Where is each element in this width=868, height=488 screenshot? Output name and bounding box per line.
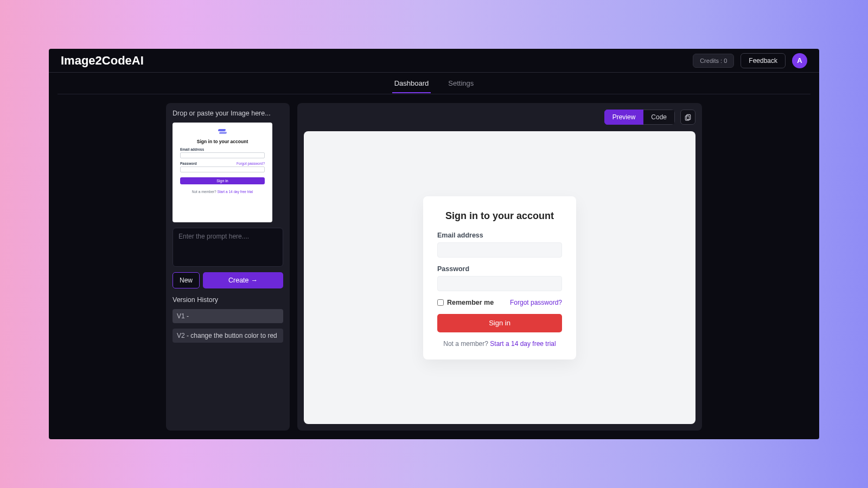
body: Drop or paste your Image here... Sign in… <box>49 94 819 439</box>
remember-label: Remember me <box>447 299 494 306</box>
preview-frame: Sign in to your account Email address Pa… <box>304 131 695 424</box>
thumb-email-input <box>180 152 265 158</box>
email-row: Email address <box>437 232 562 258</box>
signin-button[interactable]: Sign in <box>437 314 562 332</box>
password-field[interactable] <box>437 276 562 291</box>
remember-left: Remember me <box>437 299 494 306</box>
thumb-title: Sign in to your account <box>197 139 248 144</box>
app-window: Image2CodeAI Credits : 0 Feedback A Dash… <box>49 49 819 439</box>
tab-dashboard[interactable]: Dashboard <box>392 74 431 93</box>
app-title: Image2CodeAI <box>61 54 144 68</box>
forgot-password-link[interactable]: Forgot password? <box>510 299 562 306</box>
thumb-password-label: Password <box>180 162 197 165</box>
thumb-email-label: Email address <box>180 147 265 151</box>
start-trial-link[interactable]: Start a 14 day free trial <box>490 340 556 348</box>
arrow-right-icon: → <box>251 277 258 284</box>
action-button-row: New Create → <box>173 272 283 288</box>
signup-footer-lead: Not a member? <box>443 340 490 348</box>
version-tag: V1 <box>177 312 185 320</box>
thumb-footer-lead: Not a member? <box>192 190 218 194</box>
left-panel: Drop or paste your Image here... Sign in… <box>166 103 290 431</box>
email-label: Email address <box>437 232 562 239</box>
header-bar: Image2CodeAI Credits : 0 Feedback A <box>49 49 819 73</box>
signin-title: Sign in to your account <box>437 210 562 222</box>
thumb-forgot-link: Forgot password? <box>237 162 265 165</box>
create-button-label: Create <box>228 277 249 284</box>
svg-rect-0 <box>687 114 691 119</box>
signin-card: Sign in to your account Email address Pa… <box>423 196 576 359</box>
remember-checkbox[interactable] <box>437 299 444 306</box>
preview-tab-button[interactable]: Preview <box>604 110 644 125</box>
version-desc: - change the button color to red <box>185 332 277 339</box>
version-desc: - <box>185 312 189 320</box>
code-tab-button[interactable]: Code <box>643 110 675 125</box>
avatar[interactable]: A <box>792 53 807 68</box>
tab-bar: Dashboard Settings <box>58 73 810 94</box>
drop-zone-label: Drop or paste your Image here... <box>173 110 283 117</box>
version-history-title: Version History <box>173 296 283 304</box>
uploaded-image-thumbnail[interactable]: Sign in to your account Email address Pa… <box>173 123 272 222</box>
version-item-v2[interactable]: V2 - change the button color to red <box>173 329 283 343</box>
password-row: Password <box>437 265 562 291</box>
version-item-v1[interactable]: V1 - <box>173 309 283 323</box>
feedback-button[interactable]: Feedback <box>741 53 786 68</box>
copy-button[interactable] <box>680 110 695 125</box>
thumb-password-input <box>180 166 265 172</box>
credits-badge[interactable]: Credits : 0 <box>693 54 734 68</box>
thumb-footer-link: Start a 14 day free trial <box>217 190 253 194</box>
thumb-logo-icon <box>218 129 227 134</box>
header-right: Credits : 0 Feedback A <box>693 53 807 68</box>
password-label: Password <box>437 265 562 273</box>
signup-footer: Not a member? Start a 14 day free trial <box>437 340 562 348</box>
remember-row: Remember me Forgot password? <box>437 299 562 306</box>
preview-toolbar: Preview Code <box>304 110 695 125</box>
prompt-input[interactable] <box>173 228 283 267</box>
clipboard-icon <box>684 113 692 121</box>
thumb-signin-button: Sign in <box>180 177 265 184</box>
tab-settings[interactable]: Settings <box>446 74 476 93</box>
version-tag: V2 <box>177 332 185 339</box>
email-field[interactable] <box>437 242 562 258</box>
thumb-footer: Not a member? Start a 14 day free trial <box>192 190 253 194</box>
view-toggle: Preview Code <box>604 110 675 125</box>
right-panel: Preview Code Sign in to your account Ema… <box>297 103 702 431</box>
create-button[interactable]: Create → <box>203 272 283 288</box>
new-button[interactable]: New <box>173 272 200 288</box>
